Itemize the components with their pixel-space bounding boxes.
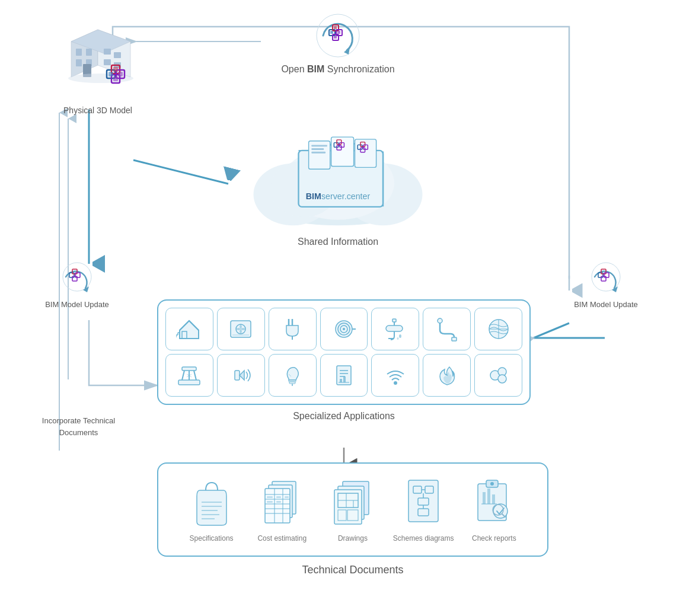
svg-point-122 xyxy=(498,375,506,383)
bim-sync-label: Open BIM Synchronization xyxy=(261,64,415,75)
svg-rect-96 xyxy=(452,337,457,341)
tech-doc-specifications: Specifications xyxy=(179,475,244,544)
bim-sync-bold: BIM xyxy=(307,64,324,74)
svg-rect-24 xyxy=(108,72,113,76)
tech-doc-cost-estimating: Cost estimating xyxy=(250,475,315,544)
svg-rect-64 xyxy=(72,276,77,281)
physical-3d-model-label: Physical 3D Model xyxy=(36,106,160,115)
svg-rect-46 xyxy=(311,148,324,150)
svg-rect-101 xyxy=(182,367,196,371)
app-lighting xyxy=(269,354,317,397)
svg-rect-14 xyxy=(104,49,111,55)
building-icon xyxy=(47,18,148,101)
svg-point-162 xyxy=(490,482,494,486)
bim-update-left-label: BIM Model Update xyxy=(36,299,119,310)
cost-estimating-label: Cost estimating xyxy=(257,534,307,544)
drawings-label: Drawings xyxy=(338,534,368,544)
svg-text:BIMserver.center: BIMserver.center xyxy=(306,191,371,201)
svg-point-119 xyxy=(394,381,397,385)
incorporate-text: Incorporate Technical Documents xyxy=(42,416,115,437)
svg-rect-27 xyxy=(113,76,118,81)
app-water xyxy=(371,308,419,350)
bim-sync-prefix: Open xyxy=(281,64,307,74)
cloud-folder-icon: BIMserver.center xyxy=(243,116,433,228)
svg-rect-53 xyxy=(355,139,376,168)
app-hvac xyxy=(217,308,265,350)
svg-rect-26 xyxy=(118,72,123,76)
specifications-label: Specifications xyxy=(190,534,234,544)
svg-point-167 xyxy=(493,504,508,518)
svg-rect-25 xyxy=(113,67,118,72)
schemes-icon xyxy=(403,475,444,529)
svg-rect-140 xyxy=(285,496,289,498)
svg-point-87 xyxy=(343,328,345,330)
svg-rect-11 xyxy=(86,49,92,56)
cost-estimating-icon xyxy=(261,475,303,529)
bim-sync-icon xyxy=(314,12,362,59)
tech-doc-check-reports: Check reports xyxy=(461,475,526,544)
bim-update-right-label: BIM Model Update xyxy=(564,299,647,310)
specialized-apps-area: Specialized Applications xyxy=(157,299,531,422)
svg-rect-70 xyxy=(601,276,606,281)
svg-line-103 xyxy=(194,371,196,380)
svg-rect-142 xyxy=(276,501,281,503)
tech-docs-area: Specifications xyxy=(157,462,548,576)
technical-documents-title: Technical Documents xyxy=(157,564,548,576)
svg-rect-107 xyxy=(235,371,240,380)
drawings-icon xyxy=(332,475,374,529)
app-wifi xyxy=(371,354,419,397)
svg-rect-117 xyxy=(343,376,346,382)
svg-rect-138 xyxy=(267,496,273,498)
svg-rect-15 xyxy=(114,52,121,58)
check-reports-icon xyxy=(473,475,515,529)
svg-rect-163 xyxy=(483,492,486,504)
open-bim-sync-area: Open BIM Synchronization xyxy=(261,12,415,75)
svg-rect-139 xyxy=(276,496,281,498)
svg-rect-34 xyxy=(330,31,333,34)
tech-doc-schemes: Schemes diagrams xyxy=(391,475,456,544)
svg-rect-48 xyxy=(331,137,354,166)
svg-rect-36 xyxy=(337,31,340,34)
bim-sync-suffix: Synchronization xyxy=(324,64,394,74)
svg-point-95 xyxy=(438,318,442,323)
bim-update-left-icon xyxy=(61,261,94,293)
svg-rect-109 xyxy=(289,382,295,384)
svg-rect-164 xyxy=(487,489,490,504)
svg-rect-35 xyxy=(334,26,337,29)
bim-update-right-icon xyxy=(590,261,623,293)
app-drainage xyxy=(423,308,471,350)
schemes-label: Schemes diagrams xyxy=(393,534,454,544)
app-acoustics xyxy=(217,354,265,397)
specialized-apps-label: Specialized Applications xyxy=(157,411,531,422)
app-plumbing xyxy=(320,308,368,350)
svg-point-93 xyxy=(399,334,401,338)
app-architecture xyxy=(165,308,213,350)
svg-rect-63 xyxy=(75,273,80,277)
app-reporting xyxy=(320,354,368,397)
svg-rect-130 xyxy=(265,489,290,523)
svg-rect-12 xyxy=(76,59,82,66)
svg-marker-29 xyxy=(344,47,350,55)
svg-rect-45 xyxy=(311,145,327,146)
apps-grid xyxy=(165,308,522,397)
shared-info-label: Shared Information xyxy=(225,237,451,247)
shared-info-area: BIMserver.center Shared Information xyxy=(225,116,451,247)
svg-rect-91 xyxy=(392,319,396,322)
check-reports-label: Check reports xyxy=(472,534,516,544)
svg-rect-100 xyxy=(178,380,200,385)
svg-rect-141 xyxy=(267,501,273,503)
app-fire xyxy=(423,354,471,397)
app-gis xyxy=(474,308,522,350)
svg-rect-89 xyxy=(386,325,403,331)
incorporate-label: Incorporate Technical Documents xyxy=(30,415,127,438)
tech-doc-drawings: Drawings xyxy=(320,475,385,544)
app-electrical xyxy=(269,308,317,350)
bim-update-left-area: BIM Model Update xyxy=(36,261,119,310)
svg-line-102 xyxy=(182,371,184,380)
tech-docs-box: Specifications xyxy=(157,462,548,557)
svg-rect-165 xyxy=(492,494,495,504)
specialized-apps-box xyxy=(157,299,531,405)
app-structure xyxy=(165,354,213,397)
svg-rect-145 xyxy=(334,490,362,524)
app-gas xyxy=(474,354,522,397)
